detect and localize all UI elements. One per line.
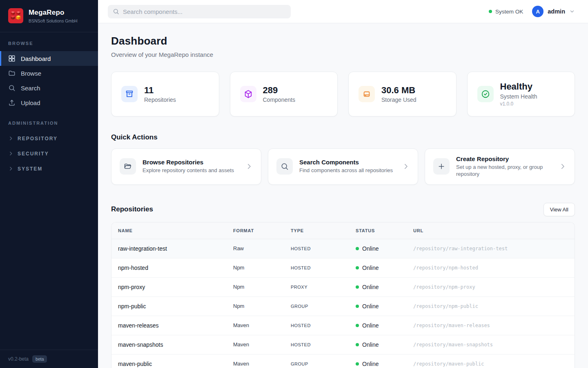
action-title: Search Components [299,159,393,166]
brand-company: BSNSoft Solutions GmbH [29,18,78,23]
topbar: System OK A admin [98,0,588,23]
stat-value: 11 [144,85,176,95]
page-title: Dashboard [111,35,575,47]
grid-icon [8,55,16,62]
chevron-right-icon [402,163,410,170]
online-dot-icon [356,362,359,366]
search-input[interactable] [123,8,286,15]
repo-status-text: Online [362,245,379,252]
view-all-button[interactable]: View All [543,203,575,216]
stat-value: Healthy [500,81,537,92]
app-logo-icon [8,8,23,23]
sidebar-nav: BROWSE Dashboard Browse Search [0,32,98,176]
table-body: raw-integration-test Raw HOSTED Online /… [111,239,575,368]
online-dot-icon [356,266,359,269]
folder-icon [8,70,16,77]
repo-status: Online [349,361,407,367]
repo-url: /repository/npm-hosted [407,265,575,271]
repo-format: Npm [227,303,284,309]
repo-name: maven-snapshots [111,341,227,348]
repo-name: npm-hosted [111,265,227,271]
repo-format: Npm [227,284,284,290]
table-row[interactable]: npm-proxy Npm PROXY Online /repository/n… [111,278,575,297]
stat-sub: v1.0.0 [500,101,537,107]
repo-url: /repository/raw-integration-test [407,246,575,251]
repo-format: Maven [227,341,284,348]
avatar: A [532,6,543,17]
repo-type: HOSTED [284,246,349,251]
repo-type: GROUP [284,304,349,309]
table-row[interactable]: maven-public Maven GROUP Online /reposit… [111,355,575,368]
stat-card-health: Healthy System Health v1.0.0 [467,72,575,117]
repo-url: /repository/maven-public [407,361,575,367]
repo-status: Online [349,303,407,310]
stat-value: 289 [263,85,295,95]
table-row[interactable]: npm-hosted Npm HOSTED Online /repository… [111,258,575,278]
sidebar-item-label: Browse [21,70,41,77]
repo-format: Npm [227,265,284,271]
repo-status-text: Online [362,303,379,310]
global-search[interactable] [108,5,291,18]
repo-status-text: Online [362,265,379,271]
sidebar-group-label: REPOSITORY [18,136,58,141]
sidebar-item-label: Dashboard [21,55,51,62]
repo-status: Online [349,245,407,252]
quick-actions-title: Quick Actions [111,133,575,141]
sidebar-item-label: Search [21,85,40,92]
action-create-repository[interactable]: Create Repository Set up a new hosted, p… [425,148,575,185]
repo-status-text: Online [362,361,379,367]
repo-name: raw-integration-test [111,245,227,252]
system-status-text: System OK [495,9,523,15]
table-row[interactable]: npm-public Npm GROUP Online /repository/… [111,297,575,316]
hard-drive-icon [359,86,375,102]
repo-format: Raw [227,245,284,251]
online-dot-icon [356,343,359,346]
sidebar-item-browse[interactable]: Browse [0,66,98,81]
sidebar-item-upload[interactable]: Upload [0,95,98,110]
table-row[interactable]: maven-releases Maven HOSTED Online /repo… [111,316,575,335]
search-icon [113,8,119,15]
action-browse-repositories[interactable]: Browse Repositories Explore repository c… [111,148,261,185]
action-search-components[interactable]: Search Components Find components across… [268,148,418,185]
repo-format: Maven [227,361,284,367]
user-menu[interactable]: A admin [532,6,575,17]
stat-label: System Health [500,93,537,100]
table-row[interactable]: maven-snapshots Maven HOSTED Online /rep… [111,335,575,355]
stat-label: Storage Used [381,96,416,103]
column-header-url: URL [407,228,575,233]
sidebar-group-repository[interactable]: REPOSITORY [0,131,98,146]
repo-type: HOSTED [284,323,349,328]
version-text: v0.2-beta [8,356,29,362]
search-icon [276,158,293,175]
search-icon [8,84,16,92]
action-description: Explore repository contents and assets [143,167,234,174]
repo-status: Online [349,341,407,348]
sidebar-group-system[interactable]: SYSTEM [0,161,98,176]
stat-card-repositories: 11 Repositories [111,72,219,117]
chevron-right-icon [245,163,253,170]
table-header-row: NAME FORMAT TYPE STATUS URL [111,222,575,239]
repositories-table: NAME FORMAT TYPE STATUS URL raw-integrat… [111,222,575,368]
sidebar-footer: v0.2-beta beta [0,350,98,368]
user-name: admin [548,8,565,15]
cube-icon [240,86,256,102]
beta-badge: beta [32,355,47,363]
online-dot-icon [356,324,359,327]
stat-value: 30.6 MB [381,85,416,95]
upload-icon [8,99,16,106]
sidebar-group-label: SECURITY [18,151,49,157]
sidebar-group-label: SYSTEM [18,166,42,172]
repo-url: /repository/maven-releases [407,323,575,328]
repo-url: /repository/maven-snapshots [407,342,575,348]
sidebar-group-security[interactable]: SECURITY [0,146,98,161]
main-content: Dashboard Overview of your MegaRepo inst… [98,23,588,368]
column-header-format: FORMAT [227,228,284,233]
archive-box-icon [121,86,138,102]
repo-type: PROXY [284,285,349,289]
column-header-status: STATUS [349,228,407,233]
plus-icon [433,158,450,175]
sidebar-item-dashboard[interactable]: Dashboard [0,51,98,66]
table-row[interactable]: raw-integration-test Raw HOSTED Online /… [111,239,575,258]
system-status: System OK [489,9,523,15]
sidebar-item-search[interactable]: Search [0,81,98,95]
